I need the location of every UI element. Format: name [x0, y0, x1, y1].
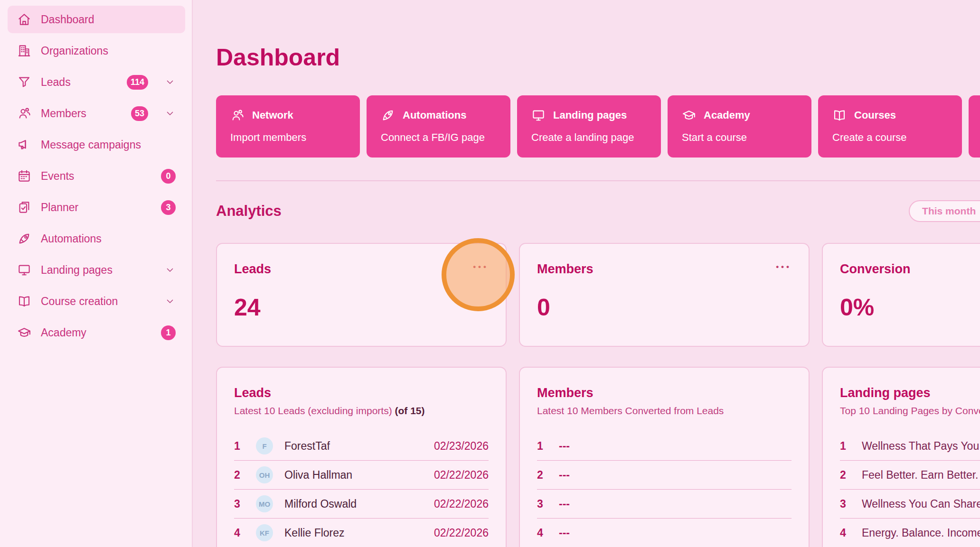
sidebar-item-members[interactable]: Members53 — [8, 100, 185, 127]
ellipsis-menu-icon[interactable]: ••• — [473, 263, 489, 271]
calendar-icon — [17, 169, 31, 183]
avatar: MO — [256, 495, 273, 512]
period-label: This month — [922, 205, 976, 217]
sidebar-item-automations[interactable]: Automations — [8, 225, 185, 252]
sidebar-item-label: Course creation — [41, 295, 118, 308]
home-icon — [17, 12, 31, 27]
row-name: --- — [559, 469, 792, 482]
row-name: --- — [559, 527, 792, 539]
avatar: KF — [256, 524, 273, 541]
count-badge: 3 — [161, 200, 176, 215]
stats-row: Leads24•••Members0•••Conversion0%••• — [216, 243, 980, 347]
leads-row[interactable]: 2OHOliva Hallman02/22/2026 — [234, 461, 489, 490]
row-name: Milford Oswald — [284, 498, 434, 510]
row-number: 1 — [840, 440, 862, 453]
stat-value: 24 — [234, 294, 489, 321]
list-title: Landing pages — [840, 386, 980, 400]
count-badge: 53 — [131, 106, 148, 121]
quick-action-automations[interactable]: AutomationsConnect a FB/IG page — [367, 95, 510, 158]
landing-pages-row[interactable]: 4Energy. Balance. Income. — [840, 519, 980, 547]
quick-action-academy[interactable]: AcademyStart a course — [668, 95, 811, 158]
app-root: DashboardOrganizationsLeads114Members53M… — [0, 0, 980, 547]
sidebar-item-label: Automations — [41, 232, 102, 245]
landing-pages-row[interactable]: 2Feel Better. Earn Better. — [840, 461, 980, 490]
quick-action-landing-pages[interactable]: Landing pagesCreate a landing page — [517, 95, 661, 158]
list-card-leads: LeadsLatest 10 Leads (excluding imports)… — [216, 367, 507, 547]
stat-value: 0% — [840, 294, 980, 321]
monitor-icon — [531, 108, 546, 122]
count-badge: 1 — [161, 325, 176, 340]
sidebar-item-landing-pages[interactable]: Landing pages — [8, 256, 185, 284]
sidebar-item-planner[interactable]: Planner3 — [8, 194, 185, 221]
sidebar: DashboardOrganizationsLeads114Members53M… — [0, 0, 193, 547]
sidebar-item-academy[interactable]: Academy1 — [8, 319, 185, 346]
quick-action-title: Courses — [854, 109, 896, 121]
quick-action-title: Network — [252, 109, 293, 121]
sidebar-item-course-creation[interactable]: Course creation — [8, 287, 185, 315]
stat-title: Leads — [234, 262, 489, 277]
list-card-members: MembersLatest 10 Members Converted from … — [519, 367, 810, 547]
quick-action-title: Landing pages — [553, 109, 627, 121]
list-subtitle: Top 10 Landing Pages by Convers — [840, 405, 980, 417]
leads-row[interactable]: 1FForestTaf02/23/2026 — [234, 432, 489, 461]
sidebar-item-label: Planner — [41, 201, 78, 214]
landing-pages-row[interactable]: 1Wellness That Pays You Back — [840, 432, 980, 461]
landing-pages-row[interactable]: 3Wellness You Can Share — [840, 490, 980, 519]
chevron-down-icon[interactable] — [164, 296, 176, 307]
chevron-down-icon[interactable] — [164, 108, 176, 119]
chevron-down-icon[interactable] — [164, 76, 176, 88]
people-icon — [230, 108, 245, 122]
row-number: 3 — [840, 498, 862, 510]
graduation-cap-icon — [682, 108, 696, 122]
leads-row[interactable]: 3MOMilford Oswald02/22/2026 — [234, 490, 489, 519]
row-date: 02/22/2026 — [434, 498, 489, 510]
monitor-icon — [17, 263, 31, 277]
row-name: --- — [559, 440, 792, 453]
home-icon[interactable] — [216, 18, 231, 33]
sidebar-item-organizations[interactable]: Organizations — [8, 37, 185, 65]
stat-value: 0 — [537, 294, 792, 321]
sidebar-item-label: Message campaigns — [41, 139, 141, 151]
row-number: 2 — [840, 469, 862, 482]
sidebar-item-label: Dashboard — [41, 13, 94, 26]
main-content: Dashboard NetworkImport membersAutomatio… — [193, 0, 980, 547]
row-date: 02/22/2026 — [434, 527, 489, 539]
sidebar-item-dashboard[interactable]: Dashboard — [8, 6, 185, 33]
row-date: 02/22/2026 — [434, 469, 489, 482]
leads-row[interactable]: 4KFKellie Florez02/22/2026 — [234, 519, 489, 547]
megaphone-icon — [17, 138, 31, 152]
sidebar-item-events[interactable]: Events0 — [8, 162, 185, 190]
funnel-icon — [17, 75, 31, 89]
sidebar-item-message-campaigns[interactable]: Message campaigns — [8, 131, 185, 158]
sidebar-item-leads[interactable]: Leads114 — [8, 68, 185, 96]
graduation-cap-icon — [17, 325, 31, 340]
row-name: Oliva Hallman — [284, 469, 434, 482]
list-subtitle: Latest 10 Members Converted from Leads — [537, 405, 792, 417]
period-selector[interactable]: This month 02/0 — [909, 200, 980, 222]
breadcrumb[interactable] — [216, 18, 231, 33]
page-title: Dashboard — [216, 45, 980, 71]
list-title: Members — [537, 386, 792, 400]
avatar: F — [256, 437, 273, 454]
count-badge: 0 — [161, 169, 176, 184]
quick-action-title: Academy — [704, 109, 750, 121]
building-icon — [17, 44, 31, 58]
chevron-down-icon[interactable] — [164, 264, 176, 276]
people-icon — [17, 106, 31, 121]
quick-action-courses[interactable]: CoursesCreate a course — [818, 95, 962, 158]
analytics-heading: Analytics — [216, 203, 282, 220]
quick-actions-row: NetworkImport membersAutomationsConnect … — [216, 95, 980, 158]
quick-action-network[interactable]: NetworkImport members — [216, 95, 360, 158]
quick-action-subtitle: Connect a FB/IG page — [381, 131, 496, 144]
row-name: ForestTaf — [284, 440, 434, 453]
row-name: Wellness You Can Share — [862, 498, 980, 510]
stat-card-conversion: Conversion0%••• — [822, 243, 980, 347]
row-name: Energy. Balance. Income. — [862, 527, 980, 539]
book-icon — [832, 108, 847, 122]
sidebar-item-label: Leads — [41, 76, 71, 89]
members-row: 4--- — [537, 519, 792, 547]
sidebar-item-label: Academy — [41, 326, 86, 339]
quick-action-card-partial[interactable] — [969, 95, 980, 158]
ellipsis-menu-icon[interactable]: ••• — [776, 263, 792, 271]
count-badge: 114 — [127, 75, 148, 90]
